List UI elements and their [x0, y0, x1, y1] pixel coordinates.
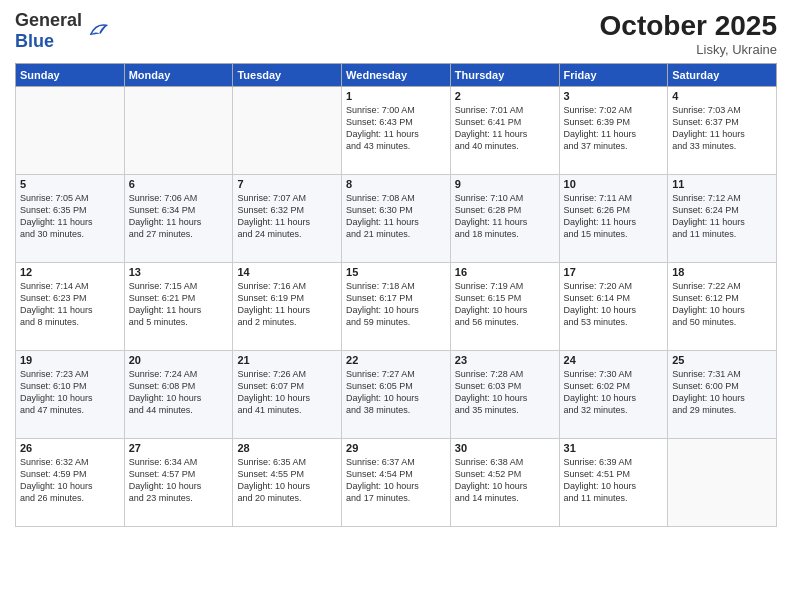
- day-number: 31: [564, 442, 664, 454]
- day-info: Sunrise: 7:07 AM Sunset: 6:32 PM Dayligh…: [237, 192, 337, 241]
- day-info: Sunrise: 7:22 AM Sunset: 6:12 PM Dayligh…: [672, 280, 772, 329]
- day-number: 17: [564, 266, 664, 278]
- calendar-cell: 8Sunrise: 7:08 AM Sunset: 6:30 PM Daylig…: [342, 175, 451, 263]
- day-number: 2: [455, 90, 555, 102]
- day-info: Sunrise: 7:18 AM Sunset: 6:17 PM Dayligh…: [346, 280, 446, 329]
- day-number: 16: [455, 266, 555, 278]
- day-number: 19: [20, 354, 120, 366]
- calendar-cell: 11Sunrise: 7:12 AM Sunset: 6:24 PM Dayli…: [668, 175, 777, 263]
- day-number: 30: [455, 442, 555, 454]
- day-info: Sunrise: 6:37 AM Sunset: 4:54 PM Dayligh…: [346, 456, 446, 505]
- weekday-header-friday: Friday: [559, 64, 668, 87]
- title-block: October 2025 Lisky, Ukraine: [600, 10, 777, 57]
- day-info: Sunrise: 7:08 AM Sunset: 6:30 PM Dayligh…: [346, 192, 446, 241]
- weekday-header-wednesday: Wednesday: [342, 64, 451, 87]
- calendar-week-3: 19Sunrise: 7:23 AM Sunset: 6:10 PM Dayli…: [16, 351, 777, 439]
- calendar-cell: 1Sunrise: 7:00 AM Sunset: 6:43 PM Daylig…: [342, 87, 451, 175]
- day-info: Sunrise: 7:23 AM Sunset: 6:10 PM Dayligh…: [20, 368, 120, 417]
- day-number: 3: [564, 90, 664, 102]
- day-info: Sunrise: 7:00 AM Sunset: 6:43 PM Dayligh…: [346, 104, 446, 153]
- day-info: Sunrise: 7:16 AM Sunset: 6:19 PM Dayligh…: [237, 280, 337, 329]
- calendar-cell: 24Sunrise: 7:30 AM Sunset: 6:02 PM Dayli…: [559, 351, 668, 439]
- calendar-cell: 15Sunrise: 7:18 AM Sunset: 6:17 PM Dayli…: [342, 263, 451, 351]
- calendar-cell: 18Sunrise: 7:22 AM Sunset: 6:12 PM Dayli…: [668, 263, 777, 351]
- weekday-header-saturday: Saturday: [668, 64, 777, 87]
- day-number: 29: [346, 442, 446, 454]
- calendar-cell: 2Sunrise: 7:01 AM Sunset: 6:41 PM Daylig…: [450, 87, 559, 175]
- location-text: Lisky, Ukraine: [600, 42, 777, 57]
- logo-blue-text: Blue: [15, 31, 54, 51]
- calendar-cell: [233, 87, 342, 175]
- day-info: Sunrise: 7:01 AM Sunset: 6:41 PM Dayligh…: [455, 104, 555, 153]
- day-number: 4: [672, 90, 772, 102]
- day-info: Sunrise: 7:15 AM Sunset: 6:21 PM Dayligh…: [129, 280, 229, 329]
- day-number: 6: [129, 178, 229, 190]
- day-number: 18: [672, 266, 772, 278]
- day-info: Sunrise: 7:26 AM Sunset: 6:07 PM Dayligh…: [237, 368, 337, 417]
- calendar-cell: [124, 87, 233, 175]
- calendar-cell: 28Sunrise: 6:35 AM Sunset: 4:55 PM Dayli…: [233, 439, 342, 527]
- day-info: Sunrise: 7:19 AM Sunset: 6:15 PM Dayligh…: [455, 280, 555, 329]
- calendar-cell: 17Sunrise: 7:20 AM Sunset: 6:14 PM Dayli…: [559, 263, 668, 351]
- day-number: 23: [455, 354, 555, 366]
- weekday-header-row: SundayMondayTuesdayWednesdayThursdayFrid…: [16, 64, 777, 87]
- page-header: General Blue October 2025 Lisky, Ukraine: [15, 10, 777, 57]
- calendar-cell: 31Sunrise: 6:39 AM Sunset: 4:51 PM Dayli…: [559, 439, 668, 527]
- logo-general-text: General: [15, 10, 82, 30]
- calendar-cell: 9Sunrise: 7:10 AM Sunset: 6:28 PM Daylig…: [450, 175, 559, 263]
- day-number: 1: [346, 90, 446, 102]
- calendar-cell: 5Sunrise: 7:05 AM Sunset: 6:35 PM Daylig…: [16, 175, 125, 263]
- calendar-cell: 29Sunrise: 6:37 AM Sunset: 4:54 PM Dayli…: [342, 439, 451, 527]
- calendar-cell: 13Sunrise: 7:15 AM Sunset: 6:21 PM Dayli…: [124, 263, 233, 351]
- day-info: Sunrise: 7:20 AM Sunset: 6:14 PM Dayligh…: [564, 280, 664, 329]
- day-number: 11: [672, 178, 772, 190]
- day-number: 10: [564, 178, 664, 190]
- weekday-header-monday: Monday: [124, 64, 233, 87]
- day-number: 20: [129, 354, 229, 366]
- day-number: 14: [237, 266, 337, 278]
- day-info: Sunrise: 7:12 AM Sunset: 6:24 PM Dayligh…: [672, 192, 772, 241]
- calendar-table: SundayMondayTuesdayWednesdayThursdayFrid…: [15, 63, 777, 527]
- day-number: 5: [20, 178, 120, 190]
- calendar-week-2: 12Sunrise: 7:14 AM Sunset: 6:23 PM Dayli…: [16, 263, 777, 351]
- calendar-cell: 3Sunrise: 7:02 AM Sunset: 6:39 PM Daylig…: [559, 87, 668, 175]
- calendar-cell: 25Sunrise: 7:31 AM Sunset: 6:00 PM Dayli…: [668, 351, 777, 439]
- day-number: 26: [20, 442, 120, 454]
- month-title: October 2025: [600, 10, 777, 42]
- day-info: Sunrise: 7:28 AM Sunset: 6:03 PM Dayligh…: [455, 368, 555, 417]
- day-number: 28: [237, 442, 337, 454]
- calendar-cell: 23Sunrise: 7:28 AM Sunset: 6:03 PM Dayli…: [450, 351, 559, 439]
- day-info: Sunrise: 6:35 AM Sunset: 4:55 PM Dayligh…: [237, 456, 337, 505]
- calendar-cell: 14Sunrise: 7:16 AM Sunset: 6:19 PM Dayli…: [233, 263, 342, 351]
- calendar-cell: 22Sunrise: 7:27 AM Sunset: 6:05 PM Dayli…: [342, 351, 451, 439]
- calendar-cell: 21Sunrise: 7:26 AM Sunset: 6:07 PM Dayli…: [233, 351, 342, 439]
- day-info: Sunrise: 7:10 AM Sunset: 6:28 PM Dayligh…: [455, 192, 555, 241]
- calendar-cell: 12Sunrise: 7:14 AM Sunset: 6:23 PM Dayli…: [16, 263, 125, 351]
- calendar-cell: 7Sunrise: 7:07 AM Sunset: 6:32 PM Daylig…: [233, 175, 342, 263]
- day-info: Sunrise: 7:14 AM Sunset: 6:23 PM Dayligh…: [20, 280, 120, 329]
- day-info: Sunrise: 6:38 AM Sunset: 4:52 PM Dayligh…: [455, 456, 555, 505]
- day-number: 15: [346, 266, 446, 278]
- day-info: Sunrise: 6:39 AM Sunset: 4:51 PM Dayligh…: [564, 456, 664, 505]
- calendar-cell: [668, 439, 777, 527]
- day-info: Sunrise: 7:31 AM Sunset: 6:00 PM Dayligh…: [672, 368, 772, 417]
- weekday-header-tuesday: Tuesday: [233, 64, 342, 87]
- calendar-cell: 26Sunrise: 6:32 AM Sunset: 4:59 PM Dayli…: [16, 439, 125, 527]
- logo-bird-icon: [84, 19, 108, 43]
- calendar-cell: 19Sunrise: 7:23 AM Sunset: 6:10 PM Dayli…: [16, 351, 125, 439]
- day-info: Sunrise: 7:11 AM Sunset: 6:26 PM Dayligh…: [564, 192, 664, 241]
- day-number: 12: [20, 266, 120, 278]
- day-number: 22: [346, 354, 446, 366]
- calendar-week-0: 1Sunrise: 7:00 AM Sunset: 6:43 PM Daylig…: [16, 87, 777, 175]
- calendar-cell: 16Sunrise: 7:19 AM Sunset: 6:15 PM Dayli…: [450, 263, 559, 351]
- day-number: 8: [346, 178, 446, 190]
- weekday-header-sunday: Sunday: [16, 64, 125, 87]
- day-number: 25: [672, 354, 772, 366]
- calendar-cell: 10Sunrise: 7:11 AM Sunset: 6:26 PM Dayli…: [559, 175, 668, 263]
- day-info: Sunrise: 6:32 AM Sunset: 4:59 PM Dayligh…: [20, 456, 120, 505]
- calendar-cell: 6Sunrise: 7:06 AM Sunset: 6:34 PM Daylig…: [124, 175, 233, 263]
- day-info: Sunrise: 7:30 AM Sunset: 6:02 PM Dayligh…: [564, 368, 664, 417]
- day-info: Sunrise: 7:03 AM Sunset: 6:37 PM Dayligh…: [672, 104, 772, 153]
- calendar-cell: 4Sunrise: 7:03 AM Sunset: 6:37 PM Daylig…: [668, 87, 777, 175]
- calendar-cell: [16, 87, 125, 175]
